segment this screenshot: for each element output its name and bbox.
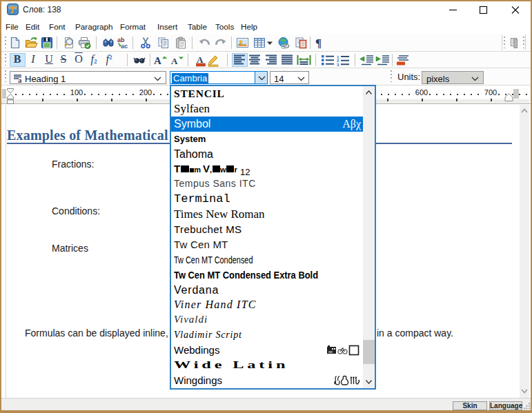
svg-text:A: A xyxy=(154,55,161,66)
svg-text:A: A xyxy=(171,56,178,66)
svg-text:A: A xyxy=(197,54,204,64)
svg-text:ac: ac xyxy=(121,43,128,50)
svg-text:a: a xyxy=(18,76,22,83)
svg-text:¶: ¶ xyxy=(315,37,322,49)
svg-text:3: 3 xyxy=(337,62,339,66)
